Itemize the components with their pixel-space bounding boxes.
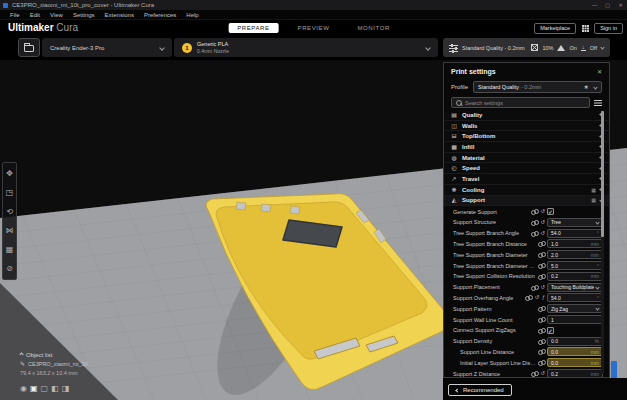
- setting-input[interactable]: 1.0mm: [547, 239, 603, 248]
- setting-input[interactable]: 0.0%: [547, 337, 603, 346]
- setting-dropdown[interactable]: Touching Buildplate: [547, 283, 603, 292]
- view-3d-icon[interactable]: ◉: [20, 383, 27, 394]
- setting-label: Connect Support ZigZags: [453, 327, 536, 333]
- setting-row: Tree Support Collision Resolution 0.2mm: [444, 271, 609, 282]
- menu-settings[interactable]: Settings: [68, 12, 100, 18]
- menu-preferences[interactable]: Preferences: [139, 12, 181, 18]
- move-tool-icon[interactable]: ✥: [3, 164, 16, 183]
- printer-selector[interactable]: Creality Ender-3 Pro: [42, 38, 172, 57]
- setting-input[interactable]: 54.0°: [547, 293, 603, 302]
- object-list-toggle[interactable]: Object list: [20, 350, 94, 359]
- setting-input[interactable]: 1: [547, 315, 603, 324]
- revert-icon[interactable]: ↺: [535, 294, 540, 301]
- rotate-tool-icon[interactable]: ⟲: [3, 202, 16, 221]
- link-icon[interactable]: [538, 252, 545, 257]
- category-infill[interactable]: ▦ Infill: [444, 142, 609, 153]
- link-icon[interactable]: [531, 371, 538, 376]
- link-icon[interactable]: [525, 295, 532, 300]
- category-quality[interactable]: ▤ Quality: [444, 110, 609, 121]
- category-topbottom[interactable]: ⊟ Top/Bottom: [444, 131, 609, 142]
- app-switcher-icon[interactable]: [581, 24, 589, 32]
- camera-views: ◉ ▣ ▢ ◧ ◨: [20, 383, 69, 394]
- material-selector[interactable]: 1 Generic PLA 0.4mm Nozzle: [174, 38, 438, 57]
- profile-dropdown[interactable]: Standard Quality - 0.2mm ★: [473, 81, 602, 93]
- formula-icon[interactable]: ƒ: [542, 294, 545, 301]
- per-model-settings-icon[interactable]: ▦: [3, 240, 16, 259]
- view-right-icon[interactable]: ◨: [62, 383, 70, 394]
- marketplace-button[interactable]: Marketplace: [534, 23, 576, 34]
- setting-row: Support Overhang Angle ↺ ƒ 54.0°: [444, 293, 609, 304]
- revert-icon[interactable]: ↺: [540, 370, 545, 377]
- setting-dropdown[interactable]: Tree: [547, 218, 603, 227]
- setting-dropdown[interactable]: Zig Zag: [547, 304, 603, 313]
- profile-value: Standard Quality: [478, 84, 519, 90]
- revert-icon[interactable]: ↺: [540, 230, 545, 237]
- link-icon[interactable]: [538, 263, 545, 268]
- maximize-icon[interactable]: ▢: [601, 0, 614, 10]
- category-label: Walls: [462, 123, 477, 129]
- setting-input[interactable]: 2.0mm: [547, 250, 603, 259]
- setting-input[interactable]: 54.0°: [547, 229, 603, 238]
- category-cooling[interactable]: ❋ Cooling ▦: [444, 185, 609, 196]
- category-speed[interactable]: ◴ Speed: [444, 163, 609, 174]
- setting-checkbox[interactable]: ✓: [547, 208, 554, 215]
- search-icon: [456, 100, 462, 106]
- setting-checkbox[interactable]: ✓: [547, 327, 554, 334]
- tab-monitor[interactable]: MONITOR: [348, 23, 398, 33]
- close-icon[interactable]: ✕: [597, 68, 602, 75]
- link-icon[interactable]: [531, 231, 538, 236]
- sign-in-button[interactable]: Sign in: [594, 23, 623, 34]
- link-icon[interactable]: [531, 209, 538, 214]
- slice-button-edge[interactable]: [611, 361, 617, 379]
- category-support[interactable]: ◭ Support ▦: [444, 196, 609, 207]
- link-icon[interactable]: [538, 360, 545, 365]
- category-walls[interactable]: ◫ Walls: [444, 121, 609, 132]
- app-header: Ultimaker Cura PREPARE PREVIEW MONITOR M…: [0, 20, 627, 36]
- close-window-icon[interactable]: ✕: [614, 0, 627, 10]
- menu-edit[interactable]: Edit: [25, 12, 45, 18]
- minimize-icon[interactable]: —: [588, 0, 601, 10]
- view-front-icon[interactable]: ▣: [30, 383, 38, 394]
- setting-input[interactable]: 0.2mm: [547, 369, 603, 377]
- link-icon[interactable]: [531, 285, 538, 290]
- open-file-button[interactable]: [18, 38, 40, 57]
- category-material[interactable]: ◍ Material: [444, 153, 609, 164]
- view-left-icon[interactable]: ◧: [51, 383, 59, 394]
- link-icon[interactable]: [538, 349, 545, 354]
- menu-extensions[interactable]: Extensions: [100, 12, 139, 18]
- search-input[interactable]: Search settings: [451, 97, 590, 108]
- tab-prepare[interactable]: PREPARE: [228, 23, 278, 33]
- setting-input[interactable]: 0.0mm: [547, 358, 603, 367]
- revert-icon[interactable]: ↺: [540, 208, 545, 215]
- setting-row: Support Wall Line Count 1: [444, 314, 609, 325]
- recommended-mode-button[interactable]: Recommended: [448, 384, 512, 396]
- tab-preview[interactable]: PREVIEW: [289, 23, 339, 33]
- menu-file[interactable]: File: [5, 12, 25, 18]
- category-travel[interactable]: ↗ Travel: [444, 174, 609, 185]
- print-settings-summary-bar[interactable]: Standard Quality - 0.2mm 10% On ↓ Off: [443, 38, 610, 57]
- app-icon: [3, 3, 8, 8]
- menu-view[interactable]: View: [45, 12, 68, 18]
- setting-input[interactable]: 5.0°: [547, 261, 603, 270]
- setting-input[interactable]: 0.0mm: [547, 347, 603, 356]
- link-icon[interactable]: [538, 328, 545, 333]
- link-icon[interactable]: [538, 241, 545, 246]
- scrollbar-handle[interactable]: [601, 111, 604, 237]
- link-icon[interactable]: [538, 317, 545, 322]
- menu-help[interactable]: Help: [181, 12, 203, 18]
- setting-input[interactable]: 0.2mm: [547, 272, 603, 281]
- support-blocker-icon[interactable]: ⊘: [3, 259, 16, 278]
- settings-menu-icon[interactable]: [594, 99, 602, 106]
- view-top-icon[interactable]: ▢: [41, 383, 49, 394]
- link-icon[interactable]: [538, 306, 545, 311]
- link-icon[interactable]: [531, 220, 538, 225]
- scale-tool-icon[interactable]: ◳: [3, 183, 16, 202]
- mirror-tool-icon[interactable]: ⋈: [3, 221, 16, 240]
- revert-icon[interactable]: ↺: [540, 219, 545, 226]
- link-icon[interactable]: [538, 274, 545, 279]
- revert-icon[interactable]: ↺: [540, 284, 545, 291]
- star-icon[interactable]: ★: [584, 83, 589, 91]
- window-title: CE3PRO_xiaomi_mi_10t_pro_cover - Ultimak…: [12, 2, 154, 8]
- scrollbar[interactable]: [601, 111, 604, 374]
- link-icon[interactable]: [538, 339, 545, 344]
